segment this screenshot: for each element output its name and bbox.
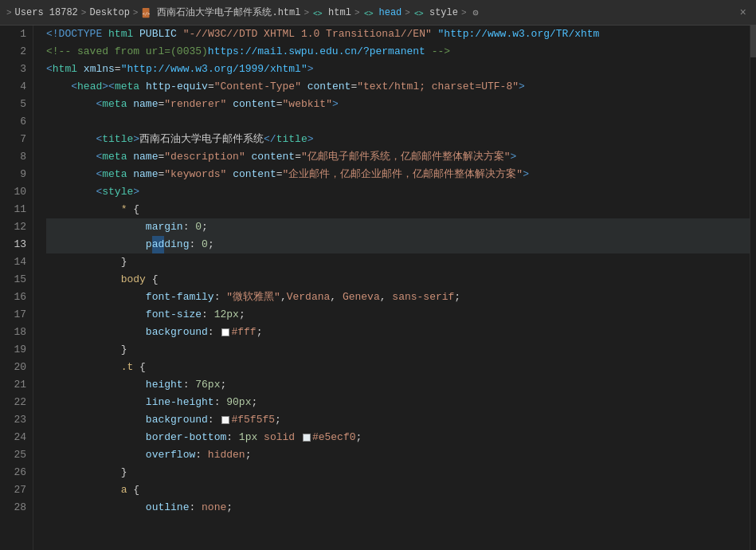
svg-text:</>: </> xyxy=(143,10,150,15)
breadcrumb-sep-4: > xyxy=(354,8,360,18)
svg-text:<>: <> xyxy=(363,8,373,17)
line-numbers-gutter: 1 2 3 4 5 6 7 8 9 10 11 12 13 14 15 16 1… xyxy=(0,26,33,550)
code-line-1: <!DOCTYPE html PUBLIC "-//W3C//DTD XHTML… xyxy=(46,26,750,43)
code-line-14: } xyxy=(46,253,750,271)
breadcrumb: > Users 18782 > Desktop > </> 西南石油大学电子邮件… xyxy=(0,0,756,26)
code-line-9: <meta name="keywords" content="企业邮件，亿邮企业… xyxy=(46,166,750,183)
line-num-2: 2 xyxy=(6,43,26,61)
line-num-26: 26 xyxy=(6,464,26,481)
code-line-8: <meta name="description" content="亿邮电子邮件… xyxy=(46,148,750,166)
code-line-13: padding: 0; xyxy=(46,236,750,253)
line-num-23: 23 xyxy=(6,411,26,429)
code-line-21: height: 76px; xyxy=(46,376,750,394)
line-num-13: 13 xyxy=(6,236,26,253)
code-line-19: } xyxy=(46,341,750,359)
line-num-3: 3 xyxy=(6,61,26,78)
code-line-24: border-bottom: 1px solid #e5ecf0; xyxy=(46,429,750,446)
minimap-slider[interactable] xyxy=(750,26,756,57)
line-num-4: 4 xyxy=(6,78,26,96)
minimap-scrollbar[interactable] xyxy=(750,26,756,550)
code-line-18: background: #fff; xyxy=(46,324,750,341)
line-num-10: 10 xyxy=(6,183,26,201)
code-line-25: overflow: hidden; xyxy=(46,446,750,464)
svg-text:<>: <> xyxy=(414,8,424,17)
line-num-14: 14 xyxy=(6,253,26,271)
code-line-27: a { xyxy=(46,481,750,499)
line-num-22: 22 xyxy=(6,394,26,411)
code-line-3: <html xmlns="http://www.w3.org/1999/xhtm… xyxy=(46,61,750,78)
code-line-12: margin: 0; xyxy=(46,218,750,236)
line-num-17: 17 xyxy=(6,306,26,324)
breadcrumb-item-desktop[interactable]: Desktop xyxy=(89,7,129,18)
code-line-26: } xyxy=(46,464,750,481)
svg-point-6 xyxy=(475,12,476,14)
breadcrumb-item-style[interactable]: style xyxy=(429,7,458,18)
line-num-27: 27 xyxy=(6,481,26,499)
breadcrumb-sep-6: > xyxy=(461,8,467,18)
code-line-2: <!-- saved from url=(0035)https://mail.s… xyxy=(46,43,750,61)
breadcrumb-item-filename[interactable]: 西南石油大学电子邮件系统.html xyxy=(157,6,300,19)
breadcrumb-sep-5: > xyxy=(405,8,410,18)
line-num-25: 25 xyxy=(6,446,26,464)
color-swatch-fff xyxy=(221,328,229,336)
code-line-6 xyxy=(46,113,750,131)
breadcrumb-item-users[interactable]: Users 18782 xyxy=(15,7,78,18)
line-num-9: 9 xyxy=(6,166,26,183)
code-line-10: <style> xyxy=(46,183,750,201)
code-editor: 1 2 3 4 5 6 7 8 9 10 11 12 13 14 15 16 1… xyxy=(0,26,756,550)
html-tag-icon-1: <> xyxy=(312,7,323,18)
code-line-7: <title>西南石油大学电子邮件系统</title> xyxy=(46,131,750,148)
code-line-15: body { xyxy=(46,271,750,289)
breadcrumb-item-html[interactable]: html xyxy=(328,7,351,18)
line-num-24: 24 xyxy=(6,429,26,446)
html-tag-icon-2: <> xyxy=(363,7,374,18)
html-file-icon: </> xyxy=(141,7,152,18)
code-lines[interactable]: <!DOCTYPE html PUBLIC "-//W3C//DTD XHTML… xyxy=(33,26,750,550)
svg-text:<>: <> xyxy=(313,8,323,17)
code-line-22: line-height: 90px; xyxy=(46,394,750,411)
close-tab-button[interactable]: × xyxy=(737,6,750,19)
breadcrumb-sep-1: > xyxy=(81,8,87,18)
line-num-6: 6 xyxy=(6,113,26,131)
line-num-1: 1 xyxy=(6,26,26,43)
breadcrumb-separator-0: > xyxy=(6,8,12,18)
line-num-8: 8 xyxy=(6,148,26,166)
code-line-23: background: #f5f5f5; xyxy=(46,411,750,429)
html-tag-icon-3: <> xyxy=(413,7,425,18)
color-swatch-e5ecf0 xyxy=(303,434,311,442)
line-num-19: 19 xyxy=(6,341,26,359)
settings-icon xyxy=(470,7,481,18)
line-num-16: 16 xyxy=(6,289,26,306)
breadcrumb-item-head[interactable]: head xyxy=(379,7,402,18)
code-line-4: <head><meta http-equiv="Content-Type" co… xyxy=(46,78,750,96)
line-num-12: 12 xyxy=(6,218,26,236)
code-line-17: font-size: 12px; xyxy=(46,306,750,324)
code-line-5: <meta name="renderer" content="webkit"> xyxy=(46,96,750,113)
code-line-20: .t { xyxy=(46,359,750,376)
line-num-21: 21 xyxy=(6,376,26,394)
line-num-15: 15 xyxy=(6,271,26,289)
line-num-18: 18 xyxy=(6,324,26,341)
breadcrumb-sep-2: > xyxy=(133,8,139,18)
code-line-28: outline: none; xyxy=(46,499,750,517)
line-num-28: 28 xyxy=(6,499,26,517)
line-num-11: 11 xyxy=(6,201,26,218)
line-num-20: 20 xyxy=(6,359,26,376)
line-num-7: 7 xyxy=(6,131,26,148)
color-swatch-f5f5f5 xyxy=(221,416,229,424)
code-line-16: font-family: "微软雅黑",Verdana, Geneva, san… xyxy=(46,289,750,306)
line-num-5: 5 xyxy=(6,96,26,113)
code-line-11: * { xyxy=(46,201,750,218)
breadcrumb-sep-3: > xyxy=(304,8,309,18)
